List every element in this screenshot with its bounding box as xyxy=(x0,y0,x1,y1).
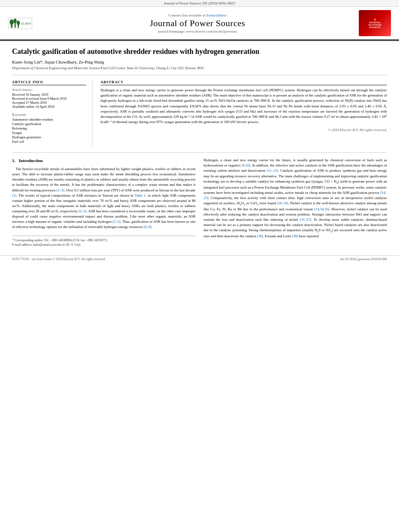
keyword-6: Fuel cell xyxy=(12,140,86,144)
journal-citation: Journal of Power Sources 195 (2010) 6016… xyxy=(164,1,235,5)
footnote-email: E-mail address: kalin@saturn.yzu.edu.tw … xyxy=(12,242,195,247)
intro-paragraph-1: The heavier recyclable metals of automob… xyxy=(12,166,195,230)
footnote-area: * Corresponding author. Tel.: +886 34638… xyxy=(12,236,195,247)
body-col-left: 1. Introduction The heavier recyclable m… xyxy=(12,158,195,247)
authors: Kuen–Song Lin*, Sujan Chowdhury, Ze-Ping… xyxy=(12,60,387,64)
footnote-corresponding: * Corresponding author. Tel.: +886 34638… xyxy=(12,238,195,243)
copyright-line: © 2010 Elsevier B.V. All rights reserved… xyxy=(101,128,387,132)
article-container: Catalytic gasification of automotive shr… xyxy=(0,41,399,255)
intro-paragraph-2: Hydrogen, a clean and new energy carrier… xyxy=(204,158,387,238)
article-info-abstract: ARTICLE INFO Article history: Received 1… xyxy=(12,80,387,148)
journal-header: ELSEVIER Contents lists available at Sci… xyxy=(0,7,399,40)
ref-39[interactable]: [39] xyxy=(292,234,298,238)
elsevier-logo: ELSEVIER xyxy=(8,18,36,29)
contents-line: Contents lists available at ScienceDirec… xyxy=(36,13,359,17)
abstract-header: ABSTRACT xyxy=(101,80,387,85)
journal-header-center: Contents lists available at ScienceDirec… xyxy=(36,13,359,33)
journal-homepage: journal homepage: www.elsevier.com/locat… xyxy=(36,29,359,33)
article-title: Catalytic gasification of automotive shr… xyxy=(12,47,387,56)
history-label: Article history: xyxy=(12,88,86,92)
ref-2-5b[interactable]: [2–5] xyxy=(113,220,121,224)
ref-38[interactable]: [38] xyxy=(257,234,263,238)
ref-24-33[interactable]: [24–33] xyxy=(277,201,288,205)
journal-logo-inner: ⚡ JOURNAL OF POWER SOURCES xyxy=(368,18,381,29)
accepted-date: Accepted 27 March 2010 xyxy=(12,101,86,105)
keywords-group: Keywords: Automotive shredder residues C… xyxy=(12,113,86,144)
elsevier-logo-box: ELSEVIER xyxy=(8,18,32,29)
journal-top-bar: Journal of Power Sources 195 (2010) 6016… xyxy=(0,0,399,7)
journal-title: Journal of Power Sources xyxy=(36,18,359,29)
svg-text:ELSEVIER: ELSEVIER xyxy=(21,22,31,25)
bottom-bar: 0378-7753/$ – see front matter © 2010 El… xyxy=(0,255,399,263)
body-columns: 1. Introduction The heavier recyclable m… xyxy=(12,158,387,247)
intro-section-title: 1. Introduction xyxy=(12,158,195,164)
keyword-5: Hydrogen generation xyxy=(12,135,86,139)
svg-point-4 xyxy=(13,18,16,23)
table-1-ref[interactable]: Table 1 xyxy=(135,193,146,197)
journal-logo-right: ⚡ JOURNAL OF POWER SOURCES xyxy=(359,10,391,36)
keyword-4: Syngas xyxy=(12,131,86,135)
revised-date: Received in revised form 8 March 2010 xyxy=(12,97,86,101)
doi-text: doi:10.1016/j.jpowsour.2010.03.084 xyxy=(340,257,387,261)
ref-14-34-35[interactable]: [14,34,35] xyxy=(314,207,329,211)
article-info-header: ARTICLE INFO xyxy=(12,80,86,85)
ref-6-8[interactable]: [6–8] xyxy=(144,225,152,229)
svg-point-6 xyxy=(16,21,20,25)
ref-9-10[interactable]: [9,10] xyxy=(241,163,250,167)
body-col-right: Hydrogen, a clean and new energy carrier… xyxy=(204,158,387,247)
issn-text: 0378-7753/$ – see front matter © 2010 El… xyxy=(12,257,106,261)
abstract-text: Hydrogen is a clean and new energy carri… xyxy=(101,88,387,124)
abstract-column: ABSTRACT Hydrogen is a clean and new ene… xyxy=(101,80,387,148)
svg-point-2 xyxy=(10,19,14,25)
ref-11-13[interactable]: [11–13] xyxy=(267,168,278,173)
sciencedirect-link[interactable]: ScienceDirect xyxy=(206,13,226,17)
ref-1[interactable]: [1] xyxy=(12,193,16,197)
ref-35-37[interactable]: [35–37] xyxy=(300,218,311,222)
ref-1-3[interactable]: [1–3] xyxy=(57,188,65,192)
keyword-3: Reforming xyxy=(12,126,86,130)
ref-14-23[interactable]: [14–23] xyxy=(204,191,387,200)
keyword-2: Catalytic gasification xyxy=(12,122,86,126)
ref-2-5[interactable]: [2–5] xyxy=(79,209,87,213)
keywords-list: Automotive shredder residues Catalytic g… xyxy=(12,117,86,144)
keywords-label: Keywords: xyxy=(12,113,86,117)
available-date: Available online 14 April 2010 xyxy=(12,105,86,109)
article-history: Article history: Received 10 January 201… xyxy=(12,88,86,109)
received-date: Received 10 January 2010 xyxy=(12,92,86,97)
article-info-column: ARTICLE INFO Article history: Received 1… xyxy=(12,80,93,148)
keyword-1: Automotive shredder residues xyxy=(12,117,86,121)
affiliation: Department of Chemical Engineering and M… xyxy=(12,66,387,70)
